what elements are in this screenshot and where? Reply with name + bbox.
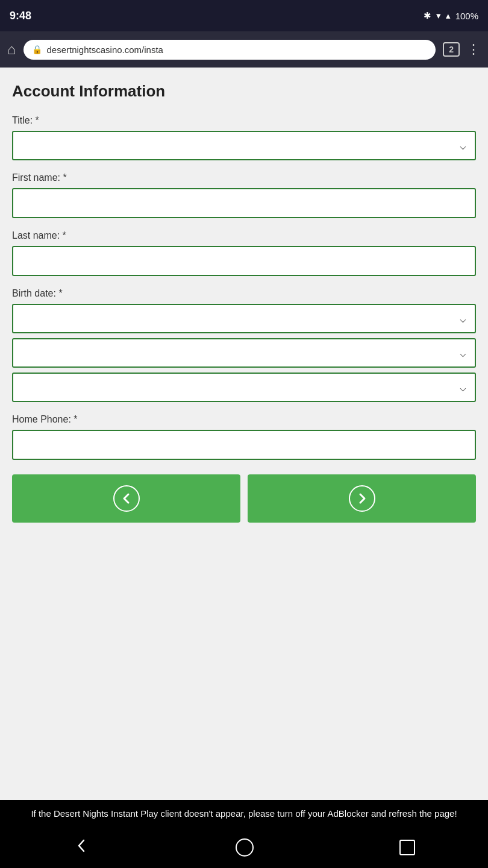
birthdate-year-wrapper: ​ ⌵ [12,373,476,402]
bluetooth-icon: ✱ [424,10,431,21]
title-select-wrapper: ​ Mr Mrs Ms Dr ⌵ [12,131,476,160]
lock-icon: 🔒 [32,45,42,54]
nav-buttons [12,474,476,523]
more-options-icon[interactable]: ⋮ [467,42,481,57]
homephone-label: Home Phone: * [12,414,476,425]
birthdate-field-group: Birth date: * ​ ⌵ ​ ⌵ ​ ⌵ [12,288,476,402]
home-nav-button[interactable] [236,838,254,857]
homephone-field-group: Home Phone: * [12,414,476,460]
section-title: Account Information [12,82,476,101]
lastname-label: Last name: * [12,230,476,241]
firstname-field-group: First name: * [12,172,476,218]
next-arrow-icon [349,485,375,512]
back-button[interactable] [12,474,240,523]
birthdate-day-select[interactable]: ​ [12,304,476,333]
title-select[interactable]: ​ Mr Mrs Ms Dr [12,131,476,160]
birthdate-month-wrapper: ​ ⌵ [12,338,476,368]
firstname-input[interactable] [12,188,476,218]
birthdate-day-wrapper: ​ ⌵ [12,304,476,333]
homephone-input[interactable] [12,430,476,460]
browser-bar: ⌂ 🔒 desertnightscasino.com/insta 2 ⋮ [0,31,488,68]
tab-count[interactable]: 2 [443,42,460,57]
birthdate-month-select[interactable]: ​ [12,338,476,368]
status-icons: ✱ ▾ ▴ 100% [424,10,478,21]
back-arrow-icon [113,485,140,512]
home-icon[interactable]: ⌂ [7,41,16,58]
birthdate-year-select[interactable]: ​ [12,373,476,402]
wifi-icon: ▾ [436,10,441,21]
url-text: desertnightscasino.com/insta [47,45,163,55]
status-bar: 9:48 ✱ ▾ ▴ 100% [0,0,488,31]
main-content: Account Information Title: * ​ Mr Mrs Ms… [0,68,488,800]
birthdate-selects: ​ ⌵ ​ ⌵ ​ ⌵ [12,304,476,402]
battery-icon: 100% [455,11,478,21]
url-bar[interactable]: 🔒 desertnightscasino.com/insta [23,40,436,60]
lastname-field-group: Last name: * [12,230,476,276]
status-time: 9:48 [10,10,31,22]
title-label: Title: * [12,115,476,126]
birthdate-label: Birth date: * [12,288,476,299]
android-nav-bar [0,827,488,868]
bottom-notice: If the Desert Nights Instant Play client… [0,800,488,827]
recents-nav-button[interactable] [399,840,415,855]
notice-text: If the Desert Nights Instant Play client… [31,808,457,819]
next-button[interactable] [248,474,476,523]
signal-icon: ▴ [446,10,451,21]
back-nav-button[interactable] [73,837,90,858]
lastname-input[interactable] [12,246,476,276]
title-field-group: Title: * ​ Mr Mrs Ms Dr ⌵ [12,115,476,160]
firstname-label: First name: * [12,172,476,183]
